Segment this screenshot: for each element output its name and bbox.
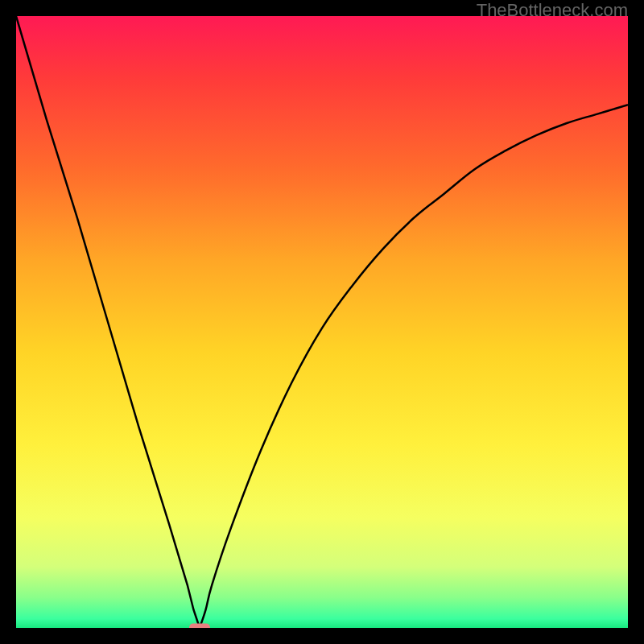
bottleneck-chart xyxy=(16,16,628,628)
attribution-label: TheBottleneck.com xyxy=(477,0,628,21)
chart-container: TheBottleneck.com xyxy=(0,0,644,644)
plot-area xyxy=(16,16,628,628)
optimal-marker xyxy=(189,624,210,629)
